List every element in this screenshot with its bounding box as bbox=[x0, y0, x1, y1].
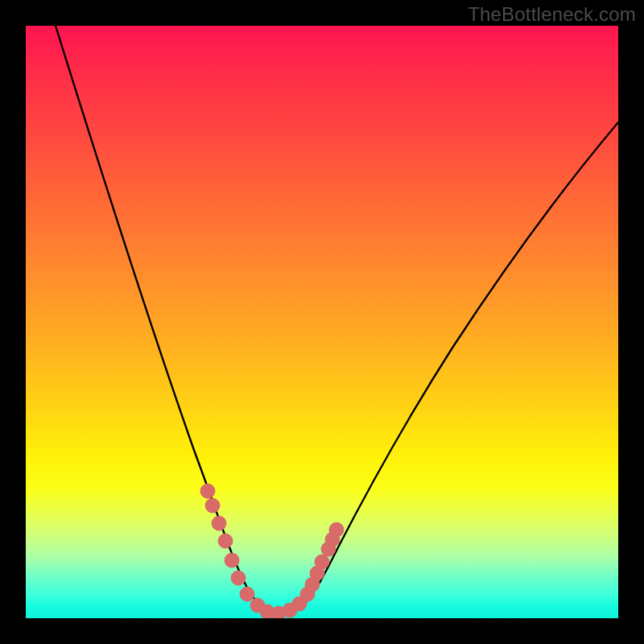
plot-area bbox=[26, 26, 618, 618]
highlight-dot bbox=[200, 484, 215, 498]
highlight-dot bbox=[225, 553, 239, 568]
highlight-dot bbox=[315, 555, 329, 569]
highlight-dot bbox=[231, 571, 246, 585]
highlight-dot bbox=[329, 522, 344, 537]
highlight-dot bbox=[212, 516, 226, 530]
bottleneck-curve-layer bbox=[26, 26, 618, 618]
highlight-dot bbox=[218, 534, 233, 548]
highlight-marker-group bbox=[200, 484, 344, 618]
chart-frame: TheBottleneck.com bbox=[0, 0, 644, 644]
highlight-dot bbox=[240, 587, 254, 601]
watermark-text: TheBottleneck.com bbox=[468, 3, 636, 26]
highlight-dot bbox=[205, 498, 220, 513]
